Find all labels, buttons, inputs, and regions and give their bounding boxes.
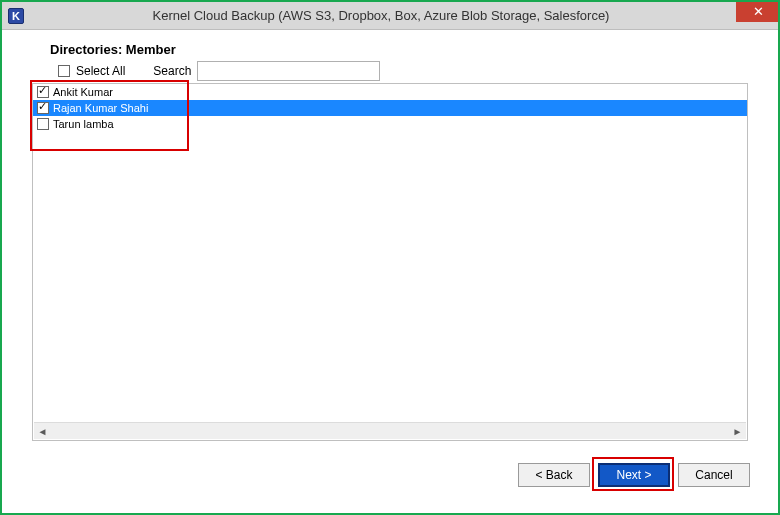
wizard-buttons: < Back Next > Cancel [2,441,778,487]
back-button[interactable]: < Back [518,463,590,487]
list-item[interactable]: Ankit Kumar [33,84,747,100]
search-input[interactable] [197,61,380,81]
list-item[interactable]: Tarun lamba [33,116,747,132]
member-checkbox[interactable] [37,118,49,130]
cancel-button[interactable]: Cancel [678,463,750,487]
title-bar: K Kernel Cloud Backup (AWS S3, Dropbox, … [2,2,778,30]
toolbar: Select All Search [54,61,750,81]
section-heading: Directories: Member [50,42,750,57]
member-name: Ankit Kumar [53,84,113,100]
next-button[interactable]: Next > [598,463,670,487]
scroll-right-icon[interactable]: ► [729,423,746,439]
window-title: Kernel Cloud Backup (AWS S3, Dropbox, Bo… [24,8,738,23]
dialog-content: Directories: Member Select All Search An… [2,30,778,441]
close-button[interactable]: ✕ [736,0,780,22]
horizontal-scrollbar[interactable]: ◄ ► [34,422,746,439]
select-all-control[interactable]: Select All [54,62,125,80]
close-icon: ✕ [753,4,764,19]
member-name: Rajan Kumar Shahi [53,100,148,116]
search-label: Search [153,64,191,78]
scroll-left-icon[interactable]: ◄ [34,423,51,439]
member-checkbox[interactable] [37,86,49,98]
member-name: Tarun lamba [53,116,114,132]
member-checkbox[interactable] [37,102,49,114]
member-rows: Ankit KumarRajan Kumar ShahiTarun lamba [33,84,747,132]
member-list-container: Ankit KumarRajan Kumar ShahiTarun lamba … [32,83,748,441]
scroll-track[interactable] [51,423,729,439]
list-item[interactable]: Rajan Kumar Shahi [33,100,747,116]
member-listbox[interactable]: Ankit KumarRajan Kumar ShahiTarun lamba … [32,83,748,441]
select-all-checkbox[interactable] [58,65,70,77]
app-icon: K [8,8,24,24]
select-all-label: Select All [76,64,125,78]
